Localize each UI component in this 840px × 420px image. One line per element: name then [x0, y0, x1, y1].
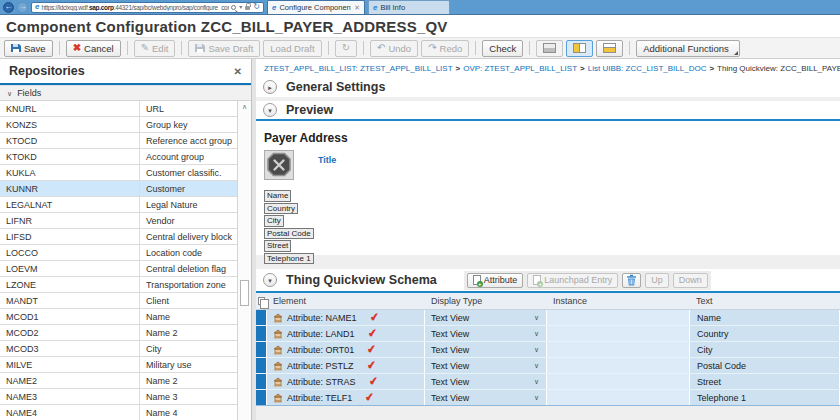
field-row[interactable]: MCOD3City — [0, 341, 237, 357]
search-icon[interactable] — [231, 5, 236, 10]
attribute-icon — [273, 313, 283, 323]
display-type-dropdown[interactable]: Text View∨ — [425, 326, 547, 341]
cancel-button[interactable]: ✖ Cancel — [66, 40, 121, 57]
layout-bottom-panel-button[interactable] — [596, 40, 623, 57]
field-row[interactable]: LIFNRVendor — [0, 213, 237, 229]
breadcrumb: ZTEST_APPL_BILL_LIST: ZTEST_APPL_BILL_LI… — [256, 59, 840, 77]
field-row[interactable]: NAME4Name 4 — [0, 405, 237, 420]
save-draft-button[interactable]: Save Draft — [188, 40, 260, 57]
field-row[interactable]: LOCCOLocation code — [0, 245, 237, 261]
row-selector[interactable] — [256, 374, 267, 389]
field-label: Name 4 — [140, 405, 237, 420]
field-row[interactable]: KUNNRCustomer — [0, 181, 237, 197]
display-type-dropdown[interactable]: Text View∨ — [425, 342, 547, 357]
field-row[interactable]: KONZSGroup key — [0, 117, 237, 133]
collapse-schema-button[interactable]: ▾ — [263, 273, 277, 287]
field-label: City — [140, 341, 237, 356]
field-row[interactable]: KTOKDAccount group — [0, 149, 237, 165]
redo-button[interactable]: ↷ Redo — [421, 40, 469, 57]
schema-row[interactable]: Attribute: TELF1✔Text View∨Telephone 1 — [256, 390, 840, 406]
row-selector[interactable] — [256, 342, 267, 357]
instance-cell — [547, 390, 690, 405]
close-repositories-icon[interactable]: ✕ — [234, 66, 242, 77]
layout-side-panel-button[interactable] — [566, 40, 593, 57]
toolbar-separator — [328, 41, 329, 55]
add-launchpad-entry-button[interactable]: + Launchpad Entry — [527, 273, 618, 288]
fields-scrollbar[interactable]: ∧ — [237, 101, 251, 420]
instance-cell — [547, 358, 690, 373]
breadcrumb-link[interactable]: OVP: ZTEST_APPL_BILL_LIST — [463, 64, 577, 73]
field-row[interactable]: KUKLACustomer classific. — [0, 165, 237, 181]
schema-row[interactable]: Attribute: STRAS✔Text View∨Street — [256, 374, 840, 390]
address-bar[interactable]: e https://ldcixqg.wdf.sap.corp:44321/sap… — [31, 2, 264, 13]
browser-tab-bill-info[interactable]: e Bill Info — [368, 0, 450, 14]
fields-group-label: Fields — [17, 88, 41, 98]
chevron-down-icon: ∨ — [534, 330, 539, 337]
element-label: Attribute: TELF1 — [287, 393, 352, 403]
field-row[interactable]: MCOD1Name — [0, 309, 237, 325]
refresh-button[interactable]: ↻ — [335, 40, 357, 57]
browser-forward-button[interactable]: → — [17, 2, 28, 13]
expand-general-settings-button[interactable]: ▸ — [263, 80, 277, 94]
row-selector[interactable] — [256, 358, 267, 373]
field-row[interactable]: NAME3Name 3 — [0, 389, 237, 405]
address-dropdown-icon[interactable]: ▾ — [239, 4, 242, 10]
display-type-dropdown[interactable]: Text View∨ — [425, 310, 547, 325]
breadcrumb-link[interactable]: List UIBB: ZCC_LIST_BILL_DOC — [588, 64, 707, 73]
move-up-button[interactable]: Up — [645, 273, 669, 288]
browser-back-button[interactable]: ← — [3, 2, 14, 13]
schema-row[interactable]: Attribute: PSTLZ✔Text View∨Postal Code — [256, 358, 840, 374]
load-draft-button[interactable]: Load Draft — [263, 40, 321, 57]
display-type-value: Text View — [431, 345, 469, 355]
preview-field-box: Country — [264, 203, 298, 215]
schema-row[interactable]: Attribute: NAME1✔Text View∨Name — [256, 310, 840, 326]
undo-button[interactable]: ↶ Undo — [370, 40, 418, 57]
field-label: Transportation zone — [140, 277, 237, 292]
toolbar-separator — [59, 41, 60, 55]
chevron-down-icon: ∨ — [7, 90, 12, 97]
row-selector[interactable] — [256, 326, 267, 341]
check-button[interactable]: Check — [482, 40, 523, 57]
scroll-up-icon[interactable]: ∧ — [238, 103, 251, 110]
tab-close-icon[interactable]: ✕ — [354, 4, 360, 11]
field-row[interactable]: MCOD2Name 2 — [0, 325, 237, 341]
chevron-down-icon: ∨ — [534, 362, 539, 369]
field-row[interactable]: LEGALNATLegal Nature — [0, 197, 237, 213]
instance-cell — [547, 310, 690, 325]
field-row[interactable]: NAME2Name 2 — [0, 373, 237, 389]
row-selector[interactable] — [256, 310, 267, 325]
field-row[interactable]: KNURLURL — [0, 101, 237, 117]
broken-image-icon — [264, 150, 294, 180]
display-type-dropdown[interactable]: Text View∨ — [425, 390, 547, 405]
display-type-value: Text View — [431, 361, 469, 371]
preview-title-link[interactable]: Title — [318, 155, 336, 165]
text-value: City — [697, 345, 713, 355]
scrollbar-thumb[interactable] — [240, 280, 249, 306]
collapse-preview-button[interactable]: ▾ — [263, 103, 277, 117]
row-selector[interactable] — [256, 390, 267, 405]
breadcrumb-link[interactable]: ZTEST_APPL_BILL_LIST: ZTEST_APPL_BILL_LI… — [264, 64, 453, 73]
additional-functions-button[interactable]: Additional Functions — [636, 40, 740, 57]
move-down-button[interactable]: Down — [673, 273, 708, 288]
display-type-dropdown[interactable]: Text View∨ — [425, 358, 547, 373]
field-row[interactable]: LOEVMCentral deletion flag — [0, 261, 237, 277]
field-row[interactable]: KTOCDReference acct group — [0, 133, 237, 149]
field-row[interactable]: LZONETransportation zone — [0, 277, 237, 293]
display-type-dropdown[interactable]: Text View∨ — [425, 374, 547, 389]
field-row[interactable]: MANDTClient — [0, 293, 237, 309]
delete-button[interactable] — [622, 273, 641, 288]
refresh-icon[interactable]: ↻ — [253, 3, 260, 11]
layout-full-screen-button[interactable] — [536, 40, 563, 57]
add-attribute-button[interactable]: + Attribute — [467, 273, 524, 288]
browser-tab-configure-component[interactable]: e Configure Component ✕ — [267, 0, 365, 14]
schema-row[interactable]: Attribute: ORT01✔Text View∨City — [256, 342, 840, 358]
fields-group-header[interactable]: ∨ Fields — [0, 85, 251, 101]
field-code: LEGALNAT — [0, 197, 140, 212]
schema-row[interactable]: Attribute: LAND1✔Text View∨Country — [256, 326, 840, 342]
save-button[interactable]: Save — [4, 40, 53, 57]
edit-button[interactable]: ✎ Edit — [134, 40, 176, 57]
check-label: Check — [489, 43, 516, 54]
field-row[interactable]: MILVEMilitary use — [0, 357, 237, 373]
field-row[interactable]: LIFSDCentral delivery block — [0, 229, 237, 245]
display-type-value: Text View — [431, 313, 469, 323]
